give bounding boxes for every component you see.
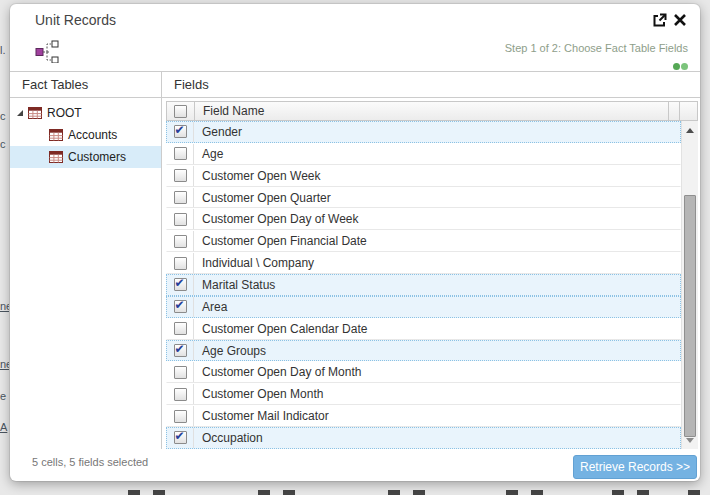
field-checkbox-cell	[167, 275, 194, 295]
fields-header: Fields	[162, 72, 700, 98]
field-row[interactable]: Customer Open Week	[166, 165, 681, 187]
field-row[interactable]: Area	[166, 296, 681, 318]
field-name-label: Customer Open Quarter	[194, 188, 680, 208]
fact-table-tree-item[interactable]: Accounts	[10, 124, 161, 146]
field-checkbox[interactable]	[174, 235, 187, 248]
field-checkbox-cell	[167, 319, 194, 339]
field-checkbox[interactable]	[174, 257, 187, 270]
background-text-fragment: e	[0, 390, 9, 402]
field-row[interactable]: Age Groups	[166, 340, 681, 362]
field-row[interactable]: Occupation	[166, 427, 681, 449]
field-checkbox[interactable]	[174, 191, 187, 204]
scrollbar-up-arrow[interactable]	[682, 122, 698, 138]
field-checkbox-cell	[167, 362, 194, 382]
table-icon	[49, 151, 63, 163]
background-cutoff-text-mark	[612, 490, 624, 495]
field-checkbox[interactable]	[174, 344, 187, 357]
field-checkbox[interactable]	[174, 213, 187, 226]
fact-tables-header: Fact Tables	[10, 72, 161, 98]
fact-tables-tree: ROOT Accounts	[10, 98, 161, 168]
field-checkbox[interactable]	[174, 410, 187, 423]
background-cutoff-text-mark	[388, 490, 400, 495]
step-dot-2	[681, 63, 688, 70]
field-row[interactable]: Age	[166, 143, 681, 165]
field-checkbox[interactable]	[174, 169, 187, 182]
field-name-label: Customer Mail Indicator	[194, 406, 680, 426]
schema-hierarchy-icon[interactable]	[35, 40, 60, 67]
field-name-label: Age	[194, 144, 680, 164]
field-row[interactable]: Gender	[166, 121, 681, 143]
field-name-label: Customer Open Day of Week	[194, 209, 680, 229]
step-progress-dots	[505, 56, 688, 64]
fields-scrollbar[interactable]	[681, 121, 698, 449]
fact-table-tree-item[interactable]: ROOT	[10, 102, 161, 124]
fact-tables-panel: Fact Tables ROOT	[10, 72, 162, 449]
unit-records-dialog: Unit Records Step 1 of 2: Choose Fa	[10, 4, 700, 481]
background-cutoff-text-mark	[531, 490, 543, 495]
field-checkbox-cell	[167, 166, 194, 186]
field-row[interactable]: Individual \ Company	[166, 252, 681, 274]
field-checkbox-cell	[167, 209, 194, 229]
field-row[interactable]: Customer Open Financial Date	[166, 230, 681, 252]
background-cutoff-text-mark	[128, 490, 140, 495]
retrieve-records-button[interactable]: Retrieve Records >>	[573, 455, 697, 479]
header-scrollbar-spacer	[679, 102, 697, 120]
field-name-label: Occupation	[194, 428, 680, 448]
field-name-label: Gender	[194, 122, 680, 142]
tree-item-label: Customers	[68, 150, 126, 164]
field-row[interactable]: Customer Open Day of Month	[166, 361, 681, 383]
field-checkbox-cell	[167, 144, 194, 164]
scrollbar-thumb[interactable]	[684, 195, 696, 437]
close-icon[interactable]	[672, 12, 688, 28]
field-checkbox[interactable]	[174, 388, 187, 401]
background-cutoff-text-mark	[688, 490, 700, 495]
field-checkbox-cell	[167, 428, 194, 448]
field-name-label: Customer Open Financial Date	[194, 231, 680, 251]
scrollbar-down-arrow[interactable]	[682, 432, 698, 448]
field-row[interactable]: Marital Status	[166, 274, 681, 296]
fact-table-tree-item[interactable]: Customers	[10, 146, 161, 168]
field-checkbox[interactable]	[174, 147, 187, 160]
field-row[interactable]: Customer Open Month	[166, 383, 681, 405]
tree-item-label: Accounts	[68, 128, 117, 142]
background-cutoff-text-mark	[153, 490, 165, 495]
field-checkbox[interactable]	[174, 300, 187, 313]
background-cutoff-text-mark	[413, 490, 425, 495]
field-name-label: Age Groups	[194, 341, 680, 361]
field-checkbox[interactable]	[174, 431, 187, 444]
background-text-fragment: c	[0, 138, 9, 150]
select-all-checkbox[interactable]	[174, 105, 187, 118]
field-checkbox-cell	[167, 122, 194, 142]
field-row[interactable]: Customer Open Quarter	[166, 187, 681, 209]
tree-expand-caret-icon[interactable]	[17, 110, 23, 116]
select-all-cell	[167, 102, 195, 120]
field-name-label: Customer Open Day of Month	[194, 362, 680, 382]
background-text-fragment: l.	[0, 44, 9, 56]
field-name-label: Individual \ Company	[194, 253, 680, 273]
fields-table: Field Name Gender Age Customer Open Week	[166, 101, 698, 449]
field-row[interactable]: Customer Mail Indicator	[166, 405, 681, 427]
field-checkbox-cell	[167, 253, 194, 273]
fields-table-header-row: Field Name	[166, 101, 698, 121]
open-in-new-window-icon[interactable]	[651, 12, 667, 28]
field-checkbox[interactable]	[174, 322, 187, 335]
background-text-fragment: ne	[0, 300, 9, 312]
dialog-title: Unit Records	[35, 12, 116, 28]
field-checkbox-cell	[167, 406, 194, 426]
background-cutoff-text-mark	[506, 490, 518, 495]
background-text-fragment: A	[0, 421, 9, 433]
background-text-fragment: c	[0, 110, 9, 122]
field-checkbox-cell	[167, 297, 194, 317]
tree-item-label: ROOT	[47, 106, 82, 120]
table-icon	[49, 129, 63, 141]
field-row[interactable]: Customer Open Calendar Date	[166, 318, 681, 340]
step-dot-1	[673, 63, 680, 70]
field-checkbox[interactable]	[174, 278, 187, 291]
field-name-label: Marital Status	[194, 275, 680, 295]
field-name-column-header: Field Name	[195, 102, 668, 120]
background-cutoff-text-mark	[283, 490, 295, 495]
field-checkbox[interactable]	[174, 366, 187, 379]
field-checkbox[interactable]	[174, 125, 187, 138]
field-row[interactable]: Customer Open Day of Week	[166, 208, 681, 230]
field-checkbox-cell	[167, 341, 194, 361]
